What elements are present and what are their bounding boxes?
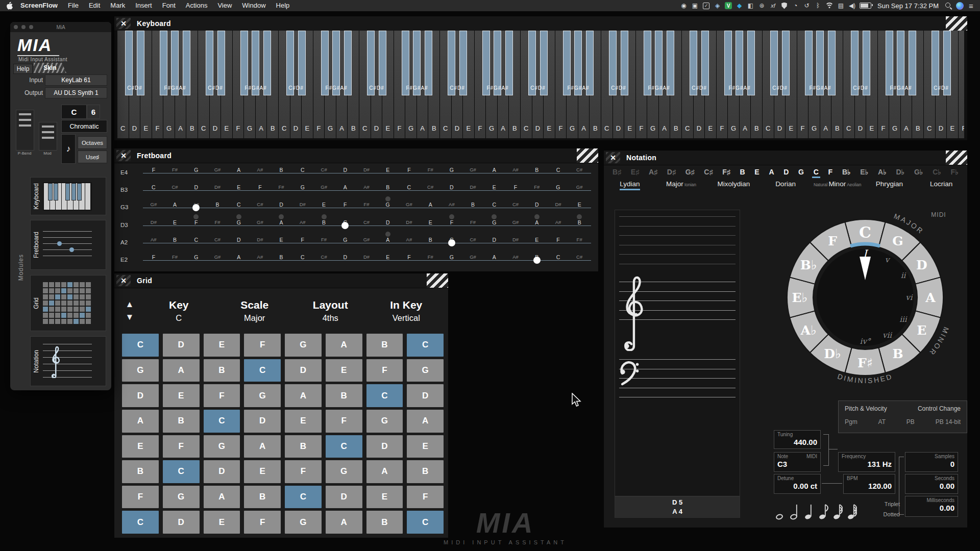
grid-pad-B[interactable]: B — [366, 511, 403, 534]
menu-file[interactable]: File — [63, 0, 84, 11]
samples-field[interactable]: Samples 0 — [905, 452, 958, 472]
fret-note[interactable]: F — [556, 237, 559, 243]
fret-note[interactable]: D# — [300, 202, 306, 207]
seconds-field[interactable]: Seconds 0.00 — [905, 474, 958, 494]
active-app-menu[interactable]: ScreenFlow — [15, 0, 63, 11]
shield-icon[interactable] — [780, 1, 788, 10]
fret-note[interactable]: D — [344, 254, 348, 260]
fret-note[interactable]: A# — [257, 167, 263, 172]
fret-note[interactable]: D — [279, 202, 283, 208]
fret-note[interactable]: B — [471, 202, 475, 208]
key-option-F♭[interactable]: F♭ — [949, 167, 960, 177]
key-option-D[interactable]: D — [782, 167, 790, 177]
xfinity-icon[interactable]: xf — [769, 1, 777, 10]
grid-pad-E[interactable]: E — [366, 486, 403, 509]
fret-note[interactable]: B — [386, 184, 389, 190]
key-option-A♭[interactable]: A♭ — [876, 167, 888, 177]
duration-eighth-icon[interactable] — [818, 503, 829, 520]
grid-pad-B[interactable]: B — [407, 460, 444, 483]
root-note-display[interactable]: C — [61, 105, 87, 119]
fretboard-drag-stripes-icon[interactable] — [577, 148, 598, 163]
fret-note[interactable]: E — [322, 202, 326, 208]
fret-note[interactable]: G — [556, 184, 560, 190]
fret-note[interactable]: D — [386, 219, 390, 226]
fret-note[interactable]: D# — [363, 254, 370, 260]
fret-note[interactable]: B — [280, 254, 283, 260]
help-button[interactable]: Help — [13, 64, 33, 74]
grid-pad-A[interactable]: A — [326, 334, 362, 357]
fret-note[interactable]: A — [280, 219, 283, 226]
input-device-select[interactable]: KeyLab 61 — [45, 74, 107, 86]
fret-note[interactable]: F# — [214, 219, 220, 225]
fret-note[interactable]: F — [258, 184, 261, 190]
module-grid-button[interactable]: Grid — [30, 275, 106, 331]
grid-pad-C[interactable]: C — [326, 435, 362, 458]
fret-note[interactable]: C — [492, 202, 496, 208]
grid-pad-C[interactable]: C — [204, 410, 240, 433]
circle-of-fifths[interactable]: CGDAEBF♯D♭A♭E♭B♭FIviiviiiiviiiv°MAJORMIN… — [763, 195, 967, 399]
fret-note[interactable]: F# — [172, 167, 178, 172]
grid-scale-control[interactable]: Scale Major — [217, 299, 293, 323]
duration-sixteenth-icon[interactable] — [832, 503, 844, 520]
fret-note[interactable]: A — [173, 202, 177, 208]
volume-icon[interactable]: ◀) — [848, 1, 856, 10]
dotted-label[interactable]: Dotted — [869, 511, 900, 517]
grid-pad-G[interactable]: G — [244, 384, 281, 407]
grid-pad-E[interactable]: E — [407, 435, 444, 458]
fret-note[interactable]: E — [386, 167, 389, 173]
mode-minor[interactable]: NaturalMinorAeolian — [812, 180, 864, 193]
key-option-E♯[interactable]: E♯ — [629, 167, 641, 177]
grid-pad-A[interactable]: A — [285, 384, 322, 407]
grid-pad-B[interactable]: B — [285, 435, 322, 458]
note-field[interactable]: Note MIDI C3 — [774, 452, 821, 472]
fret-note[interactable]: D — [344, 167, 348, 173]
scale-select[interactable]: Chromatic — [61, 120, 107, 133]
key-option-G♯[interactable]: G♯ — [684, 167, 696, 177]
spotlight-icon[interactable] — [945, 1, 952, 10]
grid-layout-control[interactable]: Layout 4ths — [292, 299, 369, 323]
fret-note[interactable]: F# — [577, 237, 582, 242]
fret-note[interactable]: C — [407, 184, 411, 190]
grid-pad-D[interactable]: D — [163, 511, 200, 534]
grid-pad-F[interactable]: F — [326, 410, 362, 433]
notation-close-icon[interactable]: ✕ — [606, 152, 620, 163]
grid-pad-E[interactable]: E — [244, 460, 281, 483]
fret-note[interactable]: G — [450, 167, 454, 173]
menubar-clock[interactable]: Sun Sep 17 7:32 PM — [875, 2, 941, 10]
fret-note[interactable]: D# — [363, 167, 370, 172]
fret-note[interactable]: C# — [512, 202, 519, 207]
grid-pad-A[interactable]: A — [204, 486, 240, 509]
siri-icon[interactable] — [956, 1, 964, 10]
fret-note[interactable]: A# — [406, 237, 412, 242]
grid-drag-stripes-icon[interactable] — [427, 273, 448, 288]
pb-toggle[interactable]: PB — [906, 418, 915, 425]
fret-note[interactable]: G — [492, 219, 496, 226]
fret-note[interactable]: C# — [257, 202, 263, 207]
settings-icon[interactable]: ⊕ — [758, 1, 766, 10]
key-option-A♯[interactable]: A♯ — [647, 167, 659, 177]
fret-note[interactable]: A — [344, 184, 347, 190]
display-icon[interactable]: ▤ — [837, 1, 845, 10]
key-option-B♯[interactable]: B♯ — [611, 167, 623, 177]
grid-pad-C[interactable]: C — [285, 486, 322, 509]
grid-pad-E[interactable]: E — [326, 359, 362, 382]
grid-pad-B[interactable]: B — [204, 359, 240, 382]
grid-pad-A[interactable]: A — [407, 410, 444, 433]
fret-note[interactable]: B — [280, 167, 283, 173]
fret-note[interactable]: D# — [257, 237, 263, 242]
circle-note-A[interactable]: A — [925, 290, 936, 305]
fret-note[interactable]: B — [578, 219, 581, 226]
fret-note[interactable]: E — [535, 237, 538, 243]
grid-pad-G[interactable]: G — [204, 435, 240, 458]
fret-note[interactable]: A — [535, 219, 538, 226]
fret-note[interactable]: G — [386, 202, 390, 208]
note-value-selector[interactable]: ♪ — [61, 134, 76, 164]
fret-note[interactable]: D — [194, 184, 198, 190]
pb14-toggle[interactable]: PB 14-bit — [936, 418, 961, 425]
fret-note[interactable]: B — [216, 202, 219, 208]
time-machine-icon[interactable]: ↺ — [803, 1, 811, 10]
grid-pad-G[interactable]: G — [326, 460, 362, 483]
key-option-C♯[interactable]: C♯ — [702, 167, 714, 177]
pitch-bend-wheel[interactable] — [16, 110, 34, 151]
fret-note[interactable]: C# — [321, 254, 327, 260]
